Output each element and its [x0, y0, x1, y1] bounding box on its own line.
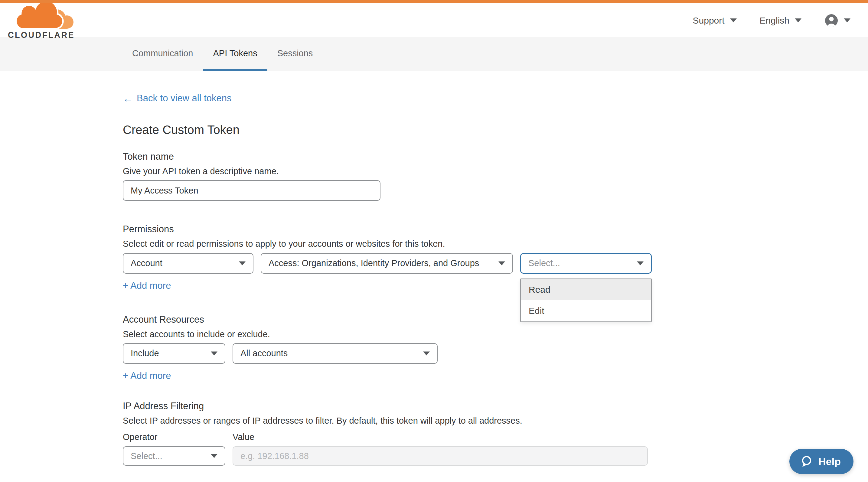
- include-exclude-value: Include: [131, 348, 159, 358]
- user-avatar-icon: [825, 13, 838, 28]
- accounts-dropdown[interactable]: All accounts: [232, 343, 438, 364]
- accounts-value: All accounts: [241, 348, 288, 358]
- permission-scope-dropdown[interactable]: Account: [123, 253, 253, 274]
- header-nav: Support English: [693, 13, 850, 28]
- back-link-label: Back to view all tokens: [137, 93, 232, 104]
- ip-filtering-section: IP Address Filtering Select IP addresses…: [123, 401, 868, 466]
- token-name-input[interactable]: [123, 180, 380, 201]
- chevron-down-icon: [239, 261, 246, 265]
- account-resources-section: Account Resources Select accounts to inc…: [123, 314, 868, 381]
- chevron-down-icon: [211, 454, 217, 458]
- tab-bar: Communication API Tokens Sessions: [0, 38, 868, 71]
- operator-label: Operator: [123, 432, 232, 442]
- account-resources-add-more-link[interactable]: + Add more: [123, 371, 171, 381]
- permission-level-dropdown[interactable]: Select...: [520, 253, 652, 274]
- token-name-description: Give your API token a descriptive name.: [123, 166, 868, 176]
- tab-api-tokens[interactable]: API Tokens: [203, 38, 267, 71]
- chevron-down-icon: [498, 261, 505, 265]
- chevron-down-icon: [730, 19, 737, 22]
- permissions-row: Account Access: Organizations, Identity …: [123, 253, 868, 274]
- language-label: English: [760, 15, 789, 26]
- ip-filtering-controls: Select...: [123, 446, 868, 466]
- permissions-section: Permissions Select edit or read permissi…: [123, 224, 868, 291]
- value-label: Value: [232, 432, 254, 442]
- menu-option-edit[interactable]: Edit: [521, 300, 651, 321]
- header: CLOUDFLARE Support English: [0, 3, 868, 38]
- permission-level-placeholder: Select...: [528, 258, 560, 268]
- chevron-down-icon: [637, 261, 644, 265]
- chevron-down-icon: [423, 351, 430, 355]
- permission-group-dropdown[interactable]: Access: Organizations, Identity Provider…: [261, 253, 513, 274]
- permission-scope-value: Account: [131, 258, 162, 268]
- cloudflare-logo-text: CLOUDFLARE: [8, 31, 75, 39]
- support-label: Support: [693, 15, 725, 26]
- ip-filtering-labels: Operator Value: [123, 432, 868, 442]
- account-resources-row: Include All accounts: [123, 343, 868, 364]
- include-exclude-dropdown[interactable]: Include: [123, 343, 225, 364]
- permission-level-menu: Read Edit: [520, 279, 652, 322]
- page-title: Create Custom Token: [123, 123, 868, 137]
- user-menu[interactable]: [825, 13, 850, 28]
- cloudflare-logo[interactable]: CLOUDFLARE: [8, 1, 75, 39]
- back-link[interactable]: ← Back to view all tokens: [123, 93, 232, 104]
- chevron-down-icon: [795, 19, 802, 22]
- cloudflare-cloud-icon: [14, 3, 75, 30]
- account-resources-heading: Account Resources: [123, 314, 868, 325]
- back-arrow-icon: ←: [123, 93, 133, 103]
- ip-filtering-description: Select IP addresses or ranges of IP addr…: [123, 415, 868, 426]
- tab-sessions[interactable]: Sessions: [267, 38, 323, 71]
- operator-dropdown[interactable]: Select...: [123, 446, 225, 466]
- main-content: ← Back to view all tokens Create Custom …: [0, 71, 868, 466]
- support-dropdown[interactable]: Support: [693, 15, 737, 26]
- help-label: Help: [818, 456, 841, 468]
- token-name-heading: Token name: [123, 151, 868, 162]
- help-button[interactable]: Help: [789, 449, 854, 474]
- operator-placeholder: Select...: [131, 451, 162, 461]
- tab-communication[interactable]: Communication: [122, 38, 203, 71]
- ip-filtering-heading: IP Address Filtering: [123, 401, 868, 412]
- menu-option-read[interactable]: Read: [521, 279, 651, 300]
- chevron-down-icon: [844, 19, 850, 22]
- chat-bubble-icon: [800, 455, 813, 468]
- permissions-add-more-link[interactable]: + Add more: [123, 280, 171, 291]
- permission-group-value: Access: Organizations, Identity Provider…: [269, 258, 479, 268]
- chevron-down-icon: [211, 351, 217, 355]
- permissions-description: Select edit or read permissions to apply…: [123, 238, 868, 249]
- language-dropdown[interactable]: English: [760, 15, 802, 26]
- brand-accent-bar: [0, 0, 868, 3]
- permissions-heading: Permissions: [123, 224, 868, 235]
- ip-value-input[interactable]: [232, 446, 648, 466]
- account-resources-description: Select accounts to include or exclude.: [123, 329, 868, 340]
